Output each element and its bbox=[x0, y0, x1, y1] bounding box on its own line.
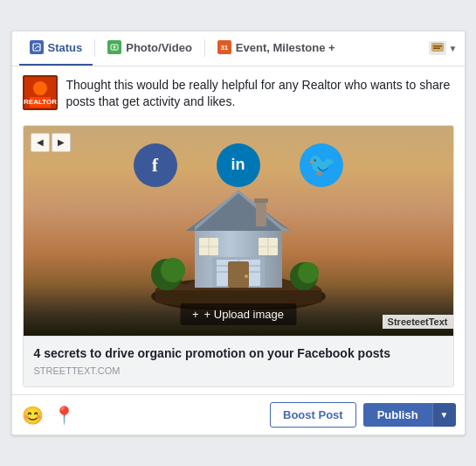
social-icons-row: f in 🐦 bbox=[134, 143, 343, 187]
dropdown-arrow: ▼ bbox=[440, 410, 449, 420]
bottom-icons: 😊 📍 bbox=[21, 403, 271, 428]
svg-rect-35 bbox=[199, 238, 218, 255]
tab-status-label: Status bbox=[48, 41, 83, 54]
preview-text-section: 4 secrets to drive organic promotion on … bbox=[24, 336, 453, 387]
emoji-button[interactable]: 😊 bbox=[21, 403, 45, 428]
location-icon: 📍 bbox=[53, 405, 75, 426]
watermark: StreeteetText bbox=[383, 315, 453, 329]
svg-point-15 bbox=[161, 258, 185, 282]
tab-status[interactable]: Status bbox=[19, 31, 93, 66]
svg-marker-20 bbox=[186, 191, 291, 231]
prev-button[interactable]: ◀ bbox=[31, 133, 50, 152]
bottom-bar: 😊 📍 Boost Post Publish ▼ bbox=[12, 394, 465, 435]
post-text: Thought this would be really helpful for… bbox=[66, 75, 454, 111]
tab-more[interactable]: ▼ bbox=[429, 41, 458, 55]
tab-event-label: Event, Milestone + bbox=[236, 41, 335, 54]
svg-rect-4 bbox=[432, 44, 443, 51]
tab-divider-1 bbox=[94, 39, 95, 57]
svg-rect-37 bbox=[228, 261, 249, 288]
svg-rect-6 bbox=[433, 48, 440, 50]
publish-group: Publish ▼ bbox=[363, 403, 456, 427]
preview-title: 4 secrets to drive organic promotion on … bbox=[34, 345, 443, 363]
tab-more-arrow: ▼ bbox=[449, 44, 458, 53]
linkedin-icon: in bbox=[217, 143, 260, 187]
tab-divider-2 bbox=[204, 39, 205, 57]
upload-button[interactable]: + + Upload image bbox=[180, 303, 296, 325]
svg-point-2 bbox=[114, 46, 116, 49]
upload-label: + Upload image bbox=[204, 308, 284, 321]
publish-button[interactable]: Publish bbox=[363, 403, 432, 427]
post-composer: Status Photo/Video 31 Event, Milestone + bbox=[11, 31, 466, 436]
svg-point-38 bbox=[245, 275, 248, 278]
tab-bar: Status Photo/Video 31 Event, Milestone + bbox=[12, 31, 465, 66]
event-tab-icon: 31 bbox=[217, 40, 231, 54]
avatar-image: REALTOR bbox=[23, 75, 58, 110]
tab-event[interactable]: 31 Event, Milestone + bbox=[207, 31, 346, 66]
svg-rect-23 bbox=[254, 198, 268, 203]
preview-url: STREETTEXT.COM bbox=[34, 365, 443, 376]
composer-area: REALTOR Thought this would be really hel… bbox=[12, 66, 465, 120]
svg-rect-5 bbox=[433, 45, 442, 47]
svg-text:REALTOR: REALTOR bbox=[24, 98, 57, 106]
upload-icon: + bbox=[192, 308, 199, 321]
avatar: REALTOR bbox=[23, 75, 58, 110]
tab-photo[interactable]: Photo/Video bbox=[97, 31, 203, 66]
link-preview-card: ◀ ▶ f in 🐦 bbox=[23, 125, 454, 388]
preview-image: ◀ ▶ f in 🐦 bbox=[24, 126, 453, 336]
status-tab-icon bbox=[30, 40, 44, 54]
twitter-icon: 🐦 bbox=[300, 143, 343, 187]
svg-rect-22 bbox=[256, 200, 266, 226]
preview-navigation: ◀ ▶ bbox=[31, 133, 71, 152]
svg-point-17 bbox=[298, 262, 319, 283]
svg-rect-36 bbox=[259, 238, 278, 255]
location-button[interactable]: 📍 bbox=[52, 403, 77, 428]
tab-photo-label: Photo/Video bbox=[126, 41, 192, 54]
facebook-icon: f bbox=[134, 143, 177, 187]
bottom-actions: Boost Post Publish ▼ bbox=[270, 402, 455, 428]
next-icon: ▶ bbox=[58, 137, 65, 147]
prev-icon: ◀ bbox=[37, 137, 44, 147]
next-button[interactable]: ▶ bbox=[52, 133, 71, 152]
more-icon bbox=[429, 41, 446, 55]
emoji-icon: 😊 bbox=[22, 405, 44, 426]
photo-tab-icon bbox=[107, 40, 121, 54]
boost-post-button[interactable]: Boost Post bbox=[270, 402, 356, 428]
publish-dropdown-button[interactable]: ▼ bbox=[432, 403, 456, 427]
svg-point-9 bbox=[33, 81, 47, 95]
